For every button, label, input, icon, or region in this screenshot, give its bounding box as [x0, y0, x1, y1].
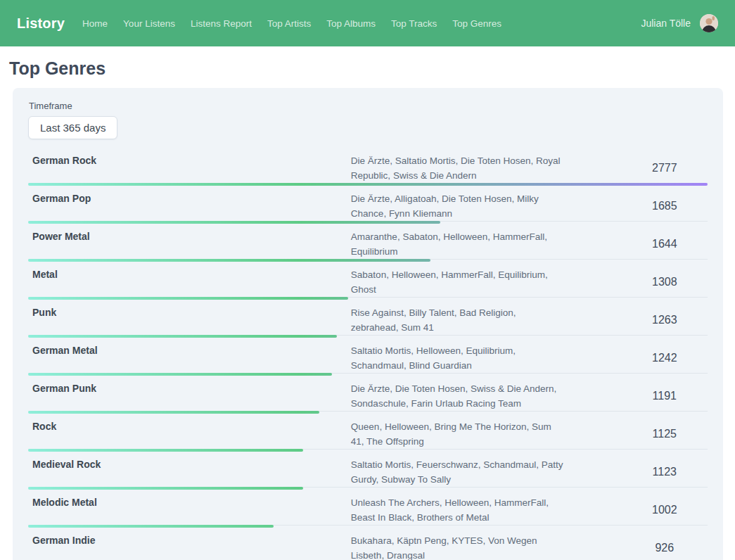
nav-link-top-genres[interactable]: Top Genres: [452, 18, 501, 29]
genre-name: German Rock: [28, 153, 351, 168]
genre-artists: Die Ärzte, Die Toten Hosen, Swiss & Die …: [351, 381, 575, 411]
genre-listen-count: 2777: [575, 162, 708, 174]
nav-link-top-tracks[interactable]: Top Tracks: [391, 18, 437, 29]
genre-row: Metal Sabaton, Helloween, HammerFall, Eq…: [28, 262, 708, 300]
genre-name: Power Metal: [28, 229, 351, 244]
genre-artists: Saltatio Mortis, Feuerschwanz, Schandmau…: [351, 457, 575, 487]
timeframe-filter: Timeframe Last 365 days: [28, 101, 708, 139]
genre-row: Melodic Metal Unleash The Archers, Hello…: [28, 490, 708, 528]
main-content: Top Genres Timeframe Last 365 days Germa…: [0, 58, 735, 560]
timeframe-label: Timeframe: [29, 101, 708, 111]
user-menu[interactable]: Julian Tölle: [641, 14, 718, 32]
genre-listen-count: 1263: [575, 314, 708, 326]
genre-name: German Indie: [28, 533, 351, 548]
genre-name: German Punk: [28, 381, 351, 396]
genre-artists: Amaranthe, Sabaton, Helloween, HammerFal…: [351, 229, 575, 259]
avatar-photo-icon: [700, 14, 718, 32]
genre-row: German Indie Bukahara, Käptn Peng, KYTES…: [28, 528, 708, 560]
navbar: Listory HomeYour ListensListens ReportTo…: [0, 0, 735, 46]
app-brand[interactable]: Listory: [17, 15, 65, 32]
page-title: Top Genres: [9, 58, 735, 79]
genres-table: German Rock Die Ärzte, Saltatio Mortis, …: [28, 148, 708, 560]
user-avatar[interactable]: [700, 14, 718, 32]
top-genres-card: Timeframe Last 365 days German Rock Die …: [13, 88, 723, 560]
genre-listen-count: 1002: [575, 504, 708, 516]
genre-artists: Rise Against, Billy Talent, Bad Religion…: [351, 305, 575, 335]
nav-link-your-listens[interactable]: Your Listens: [123, 18, 175, 29]
genre-listen-count: 926: [575, 542, 708, 554]
nav-link-listens-report[interactable]: Listens Report: [191, 18, 252, 29]
genre-name: Rock: [28, 419, 351, 434]
nav-links: HomeYour ListensListens ReportTop Artist…: [75, 18, 509, 29]
user-name: Julian Tölle: [641, 18, 691, 29]
genre-name: Punk: [28, 305, 351, 320]
genre-artists: Sabaton, Helloween, HammerFall, Equilibr…: [351, 267, 575, 297]
genre-row: German Metal Saltatio Mortis, Helloween,…: [28, 338, 708, 376]
genre-row: Medieval Rock Saltatio Mortis, Feuerschw…: [28, 452, 708, 490]
nav-link-top-albums[interactable]: Top Albums: [326, 18, 376, 29]
genre-artists: Saltatio Mortis, Helloween, Equilibrium,…: [351, 343, 575, 373]
genre-name: Melodic Metal: [28, 495, 351, 510]
genre-listen-count: 1644: [575, 238, 708, 250]
genre-row: Punk Rise Against, Billy Talent, Bad Rel…: [28, 300, 708, 338]
genre-name: German Metal: [28, 343, 351, 358]
genre-artists: Die Ärzte, Saltatio Mortis, Die Toten Ho…: [351, 153, 575, 183]
genre-row: Power Metal Amaranthe, Sabaton, Hellowee…: [28, 224, 708, 262]
genre-artists: Unleash The Archers, Helloween, HammerFa…: [351, 495, 575, 525]
genre-artists: Die Ärzte, Alligatoah, Die Toten Hosen, …: [351, 191, 575, 221]
genre-artists: Queen, Helloween, Bring Me The Horizon, …: [351, 419, 575, 449]
genre-name: Metal: [28, 267, 351, 282]
genre-listen-count: 1242: [575, 352, 708, 364]
timeframe-select-button[interactable]: Last 365 days: [28, 116, 117, 139]
genre-name: German Pop: [28, 191, 351, 206]
genre-row: German Pop Die Ärzte, Alligatoah, Die To…: [28, 186, 708, 224]
genre-listen-count: 1125: [575, 428, 708, 440]
genre-listen-count: 1191: [575, 390, 708, 402]
genre-name: Medieval Rock: [28, 457, 351, 472]
nav-link-home[interactable]: Home: [82, 18, 108, 29]
genre-row: German Rock Die Ärzte, Saltatio Mortis, …: [28, 148, 708, 186]
genre-listen-count: 1685: [575, 200, 708, 212]
genre-artists: Bukahara, Käptn Peng, KYTES, Von Wegen L…: [351, 533, 575, 560]
nav-link-top-artists[interactable]: Top Artists: [267, 18, 311, 29]
genre-listen-count: 1308: [575, 276, 708, 288]
genre-row: German Punk Die Ärzte, Die Toten Hosen, …: [28, 376, 708, 414]
genre-listen-count: 1123: [575, 466, 708, 478]
genre-row: Rock Queen, Helloween, Bring Me The Hori…: [28, 414, 708, 452]
